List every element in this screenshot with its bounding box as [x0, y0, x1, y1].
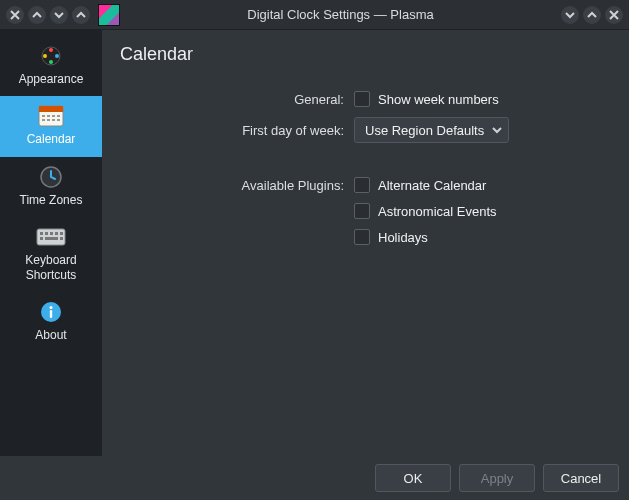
sidebar-item-label: About [35, 328, 66, 342]
titlebar: Digital Clock Settings — Plasma [0, 0, 629, 30]
sidebar-item-timezones[interactable]: Time Zones [0, 157, 102, 217]
svg-rect-12 [47, 119, 50, 121]
show-week-numbers-checkbox[interactable] [354, 91, 370, 107]
available-plugins-label: Available Plugins: [120, 178, 344, 193]
svg-rect-22 [40, 237, 43, 240]
svg-point-4 [43, 54, 47, 58]
sidebar-item-keyboard-shortcuts[interactable]: Keyboard Shortcuts [0, 217, 102, 292]
sidebar-item-label: Keyboard Shortcuts [4, 253, 98, 282]
chevron-down-icon[interactable] [50, 6, 68, 24]
general-label: General: [120, 92, 344, 107]
plugin-label: Holidays [378, 230, 428, 245]
close-icon[interactable] [6, 6, 24, 24]
sidebar-item-appearance[interactable]: Appearance [0, 36, 102, 96]
info-icon [36, 300, 66, 324]
sidebar: Appearance Calendar Time Zones [0, 30, 102, 456]
svg-rect-23 [45, 237, 58, 240]
svg-point-2 [55, 54, 59, 58]
svg-rect-8 [47, 115, 50, 117]
svg-rect-7 [42, 115, 45, 117]
svg-rect-19 [50, 232, 53, 235]
show-week-numbers-label: Show week numbers [378, 92, 499, 107]
chevron-up-icon[interactable] [583, 6, 601, 24]
svg-rect-6 [39, 106, 63, 112]
content-area: Appearance Calendar Time Zones [0, 30, 629, 456]
palette-icon [36, 44, 66, 68]
svg-rect-11 [42, 119, 45, 121]
svg-rect-17 [40, 232, 43, 235]
svg-rect-20 [55, 232, 58, 235]
sidebar-item-label: Time Zones [20, 193, 83, 207]
svg-point-26 [50, 306, 53, 309]
ok-button[interactable]: OK [375, 464, 451, 492]
combobox-value: Use Region Defaults [365, 123, 484, 138]
apply-button[interactable]: Apply [459, 464, 535, 492]
svg-rect-14 [57, 119, 60, 121]
sidebar-item-label: Calendar [27, 132, 76, 146]
chevron-up-icon[interactable] [72, 6, 90, 24]
svg-point-1 [49, 48, 53, 52]
main-panel: Calendar General: Show week numbers Firs… [102, 30, 629, 456]
first-day-of-week-combobox[interactable]: Use Region Defaults [354, 117, 509, 143]
svg-rect-10 [57, 115, 60, 117]
chevron-up-icon[interactable] [28, 6, 46, 24]
svg-rect-18 [45, 232, 48, 235]
plugin-label: Alternate Calendar [378, 178, 486, 193]
dialog-footer: OK Apply Cancel [0, 456, 629, 500]
close-icon[interactable] [605, 6, 623, 24]
window-title: Digital Clock Settings — Plasma [124, 7, 557, 22]
chevron-down-icon [492, 125, 502, 135]
svg-rect-13 [52, 119, 55, 121]
sidebar-item-about[interactable]: About [0, 292, 102, 352]
sidebar-item-calendar[interactable]: Calendar [0, 96, 102, 156]
svg-point-3 [49, 60, 53, 64]
cancel-button[interactable]: Cancel [543, 464, 619, 492]
calendar-icon [36, 104, 66, 128]
sidebar-item-label: Appearance [19, 72, 84, 86]
plugin-holidays-checkbox[interactable] [354, 229, 370, 245]
clock-icon [36, 165, 66, 189]
chevron-down-icon[interactable] [561, 6, 579, 24]
first-day-of-week-label: First day of week: [120, 123, 344, 138]
settings-form: General: Show week numbers First day of … [120, 91, 611, 245]
page-title: Calendar [120, 44, 611, 65]
plugin-label: Astronomical Events [378, 204, 497, 219]
svg-rect-24 [60, 237, 63, 240]
plugin-alternate-calendar-checkbox[interactable] [354, 177, 370, 193]
svg-rect-27 [50, 310, 52, 318]
svg-rect-9 [52, 115, 55, 117]
app-icon [98, 4, 120, 26]
svg-rect-21 [60, 232, 63, 235]
keyboard-icon [36, 225, 66, 249]
plugin-astronomical-events-checkbox[interactable] [354, 203, 370, 219]
